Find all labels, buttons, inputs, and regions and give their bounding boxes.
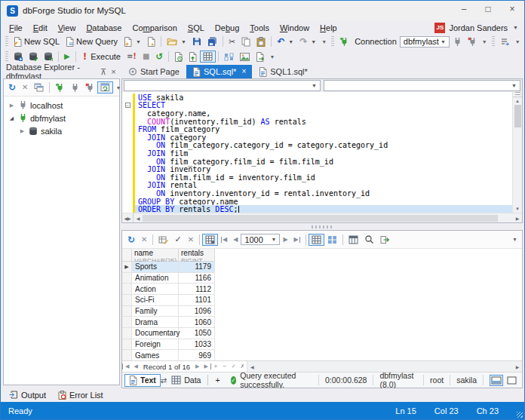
prev-record-icon[interactable]: ◀ xyxy=(131,363,140,369)
split-layout-button[interactable] xyxy=(490,375,503,386)
code-line[interactable]: ORDER BY rentals DESC; xyxy=(122,205,512,213)
toolbar-overflow-icon[interactable]: ▼ xyxy=(267,54,277,60)
cell-rentals[interactable]: 1050 xyxy=(179,328,215,339)
delete-button[interactable]: ✕ xyxy=(19,82,31,93)
scroll-down-icon[interactable]: ▼ xyxy=(513,205,522,213)
editor-horizontal-scrollbar[interactable]: ◀▶ ◀ ▶ xyxy=(122,213,522,222)
cell-name[interactable]: Action xyxy=(132,284,179,295)
tree-item-localhost[interactable]: ▶localhost xyxy=(4,99,119,112)
menu-database[interactable]: Database xyxy=(81,22,127,34)
cell-rentals[interactable]: 1179 xyxy=(179,262,215,273)
apply-changes-button[interactable] xyxy=(186,51,200,63)
resize-grip[interactable] xyxy=(517,412,523,418)
table-row[interactable]: Family1096 xyxy=(122,306,522,317)
cell-name[interactable]: Animation xyxy=(132,273,179,284)
cell-name[interactable]: Foreign xyxy=(132,339,179,351)
table-row[interactable]: Drama1060 xyxy=(122,317,522,328)
paste-button[interactable] xyxy=(253,35,269,48)
scroll-right-icon[interactable]: ▶ xyxy=(513,364,522,369)
code-line[interactable]: category.name, xyxy=(122,109,512,118)
cell-name[interactable]: Sci-Fi xyxy=(132,295,179,306)
cell-rentals[interactable]: 969 xyxy=(179,350,215,360)
user-menu-caret-icon[interactable]: ▼ xyxy=(513,25,518,30)
table-row[interactable]: Action1112 xyxy=(122,284,522,295)
copy-button[interactable] xyxy=(238,35,253,48)
code-line[interactable]: −SELECT xyxy=(122,102,512,110)
first-page-button[interactable]: ◀ xyxy=(218,235,230,244)
new-connection-button[interactable] xyxy=(336,35,352,48)
table-row[interactable]: Animation1166 xyxy=(122,273,522,284)
cell-rentals[interactable]: 1033 xyxy=(179,339,215,351)
scroll-thumb[interactable] xyxy=(514,105,521,127)
tab-close-icon[interactable]: × xyxy=(241,68,246,75)
code-line[interactable]: GROUP BY category.name xyxy=(122,198,512,206)
object-viewer-toggle[interactable] xyxy=(97,81,113,94)
add-view-button[interactable]: + xyxy=(210,374,224,386)
menu-edit[interactable]: Edit xyxy=(28,22,53,34)
first-record-icon[interactable]: ◀ xyxy=(122,363,131,369)
cut-button[interactable]: ✂ xyxy=(226,36,238,48)
new-sql-button[interactable]: New SQL xyxy=(11,35,63,48)
cell-rentals[interactable]: 1060 xyxy=(179,317,215,328)
open-file-button[interactable]: ▼ xyxy=(164,35,189,48)
scroll-thumb[interactable] xyxy=(143,215,498,222)
toolbar-grip[interactable] xyxy=(492,36,495,48)
history-button[interactable]: ↺ xyxy=(152,51,166,63)
disconnect-button[interactable] xyxy=(82,81,97,94)
tab-start-page[interactable]: Start Page xyxy=(122,65,186,78)
scroll-left-icon[interactable]: ◀ xyxy=(134,216,143,221)
single-layout-button[interactable] xyxy=(505,375,518,386)
code-line[interactable]: USE sakila xyxy=(122,94,512,102)
panel-splitter[interactable] xyxy=(121,223,523,230)
edit-data-button[interactable] xyxy=(155,234,171,246)
toolbar-grip[interactable] xyxy=(331,36,334,48)
execute-button[interactable]: !Execute xyxy=(78,51,124,63)
code-line[interactable]: JOIN inventory xyxy=(122,165,512,173)
table-row[interactable]: Documentary1050 xyxy=(122,328,522,339)
tree-item-sakila[interactable]: ▶sakila xyxy=(4,124,119,137)
menu-debug[interactable]: Debug xyxy=(210,22,244,34)
new-file-button[interactable] xyxy=(144,35,158,48)
tree-item-dbfmylast[interactable]: ◢dbfmylast xyxy=(4,112,119,124)
cell-rentals[interactable]: 1101 xyxy=(179,295,215,306)
splitter-handle-icon[interactable] xyxy=(513,92,522,97)
new-document-button[interactable]: ▼ xyxy=(121,35,144,48)
tab-output[interactable]: Output xyxy=(5,390,51,401)
code-line[interactable]: JOIN category xyxy=(122,133,512,142)
column-header-name[interactable]: nameVARCHAR(25) xyxy=(132,249,179,262)
cancel-refresh-button[interactable]: ✕ xyxy=(138,235,150,245)
scroll-right-icon[interactable]: ▶ xyxy=(513,216,522,221)
close-panel-icon[interactable]: × xyxy=(109,67,118,76)
toolbar-grip[interactable] xyxy=(5,36,8,48)
pin-icon[interactable]: ⊼ xyxy=(99,67,109,77)
connect-button[interactable] xyxy=(67,81,82,94)
commit-edit-icon[interactable]: ✓ xyxy=(229,363,238,369)
expand-icon[interactable]: ▶ xyxy=(8,103,15,109)
card-view-toggle[interactable] xyxy=(324,234,340,246)
cancel-edit-icon[interactable]: ✗ xyxy=(238,363,247,369)
text-view-tab[interactable]: Text xyxy=(124,374,161,387)
code-line[interactable]: ON film_category.film_id = film.film_id xyxy=(122,158,512,166)
menu-help[interactable]: Help xyxy=(315,22,342,34)
scroll-up-icon[interactable]: ▲ xyxy=(513,97,522,105)
disconnect-button[interactable] xyxy=(465,35,480,48)
cell-name[interactable]: Family xyxy=(132,306,179,317)
user-info[interactable]: root xyxy=(430,376,444,385)
toolbar-overflow-icon[interactable]: ▼ xyxy=(513,39,523,44)
code-editor-text[interactable]: USE sakila−SELECT category.name, COUNT(i… xyxy=(122,92,512,213)
menu-tools[interactable]: Tools xyxy=(244,22,275,34)
rollback-button[interactable]: ✕ xyxy=(185,235,197,245)
database-sync-button[interactable] xyxy=(41,51,56,63)
grid-horizontal-scrollbar[interactable]: ◀▶ xyxy=(247,361,522,372)
cell-rentals[interactable]: 1112 xyxy=(179,284,215,295)
swap-views-icon[interactable]: ⇄ xyxy=(161,376,167,385)
table-row[interactable]: Sci-Fi1101 xyxy=(122,295,522,306)
last-page-button[interactable]: ▶ xyxy=(291,235,303,244)
commit-button[interactable]: ✓ xyxy=(171,234,184,245)
stop-button[interactable]: ■ xyxy=(140,51,152,62)
object-select[interactable]: ▼ xyxy=(124,80,321,91)
menu-window[interactable]: Window xyxy=(275,22,315,34)
code-line[interactable]: COUNT(inventory.film_id) AS rentals xyxy=(122,118,512,126)
toolbar-overflow-icon[interactable]: ▼ xyxy=(480,39,490,44)
table-row[interactable]: Foreign1033 xyxy=(122,339,522,351)
